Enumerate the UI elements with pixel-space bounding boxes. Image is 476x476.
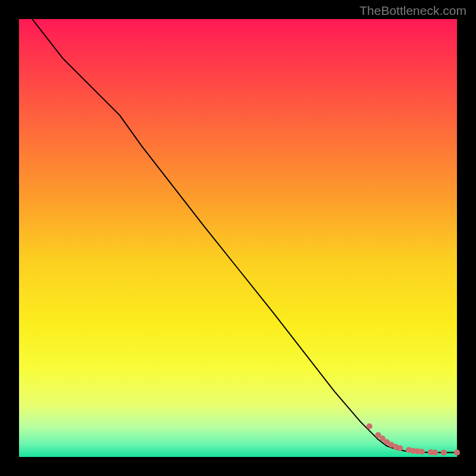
scatter-dot <box>432 450 438 456</box>
plot-area <box>19 19 457 457</box>
scatter-dot <box>454 450 460 456</box>
bottleneck-curve <box>32 19 457 453</box>
watermark-text: TheBottleneck.com <box>359 4 466 18</box>
chart-frame: TheBottleneck.com <box>0 0 476 476</box>
scatter-dot <box>397 445 403 451</box>
scatter-dot <box>367 424 372 430</box>
scatter-dot <box>441 450 447 456</box>
scatter-dots <box>367 424 460 456</box>
scatter-dot <box>419 449 425 455</box>
chart-svg <box>19 19 457 457</box>
